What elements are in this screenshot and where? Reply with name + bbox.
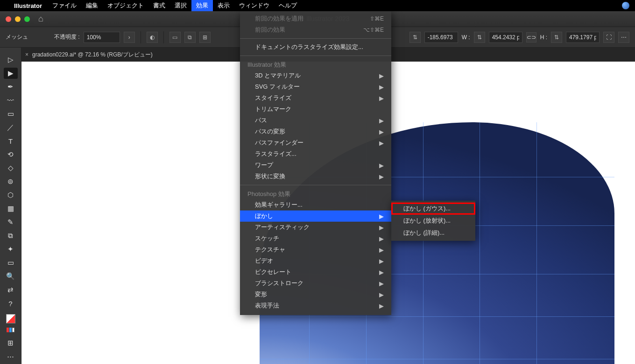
color-mode-icons[interactable] — [7, 328, 14, 332]
menu-select[interactable]: 選択 — [170, 0, 191, 11]
effect-section-photoshop: Photoshop 効果 — [240, 188, 391, 199]
more-icon[interactable]: ⋯ — [618, 32, 629, 43]
menu-item-ps-0[interactable]: 効果ギャラリー... — [240, 199, 391, 210]
submenu-item-gaussian-blur[interactable]: ぼかし (ガウス)... — [391, 203, 475, 215]
menu-effect[interactable]: 効果 — [191, 0, 213, 11]
brush-tool[interactable]: ／ — [4, 122, 18, 133]
style-icon[interactable]: ◐ — [147, 32, 158, 43]
edit-toolbar-icon[interactable]: ⋯ — [4, 351, 18, 362]
globe-icon[interactable] — [622, 2, 629, 9]
screen-mode-icon[interactable]: ⊞ — [4, 337, 18, 349]
h-stepper[interactable]: ⇅ — [551, 32, 562, 43]
menu-item-ps-8[interactable]: 変形▶ — [240, 289, 391, 300]
selection-tool[interactable]: ▷ — [4, 54, 18, 65]
type-tool[interactable]: T — [4, 135, 18, 147]
artboard-tool[interactable]: ▭ — [4, 257, 18, 268]
menu-item-ps-7[interactable]: ブラシストローク▶ — [240, 278, 391, 289]
w-label: W : — [462, 34, 470, 41]
symbol-sprayer-tool[interactable]: ✦ — [4, 244, 18, 255]
menu-item-ai-4[interactable]: パス▶ — [240, 115, 391, 126]
scale-tool[interactable]: ◇ — [4, 162, 18, 174]
opacity-label: 不透明度 : — [54, 33, 80, 41]
blur-submenu: ぼかし (ガウス)... ぼかし (放射状)... ぼかし (詳細)... — [391, 201, 475, 241]
menu-view[interactable]: 表示 — [213, 0, 234, 11]
menu-item-ps-1[interactable]: ぼかし▶ — [240, 210, 391, 222]
menu-item-last-effect: 前回の効果⌥⇧⌘E — [240, 24, 391, 35]
curvature-tool[interactable]: 〰 — [4, 95, 18, 106]
traffic-lights — [6, 16, 30, 22]
mac-menubar: Illustrator ファイル 編集 オブジェクト 書式 選択 効果 表示 ウ… — [0, 0, 635, 11]
help-icon[interactable]: ? — [4, 298, 18, 309]
submenu-item-radial-blur[interactable]: ぼかし (放射状)... — [391, 215, 475, 227]
close-window-button[interactable] — [6, 16, 11, 22]
align-icon-3[interactable]: ⊞ — [199, 32, 211, 43]
menu-item-ai-6[interactable]: パスファインダー▶ — [240, 137, 391, 148]
x-input[interactable] — [424, 32, 458, 43]
close-tab-icon[interactable]: × — [25, 51, 28, 58]
menu-type[interactable]: 書式 — [148, 0, 170, 11]
w-stepper[interactable]: ⇅ — [474, 32, 485, 43]
menu-item-ai-3[interactable]: トリムマーク — [240, 104, 391, 115]
opacity-input[interactable] — [84, 32, 120, 43]
swap-fill-stroke[interactable]: ⇄ — [4, 284, 18, 295]
menu-item-ps-6[interactable]: ピクセレート▶ — [240, 266, 391, 278]
home-icon[interactable]: ⌂ — [38, 14, 43, 24]
zoom-window-button[interactable] — [24, 16, 30, 22]
document-tabs: × gradation0229.ai* @ 72.16 % (RGB/プレビュー… — [21, 48, 153, 62]
menu-item-ai-8[interactable]: ワープ▶ — [240, 160, 391, 171]
align-icon-2[interactable]: ⧉ — [184, 32, 196, 43]
menu-edit[interactable]: 編集 — [81, 0, 103, 11]
width-tool[interactable]: ⊚ — [4, 176, 18, 187]
effect-section-illustrator: Illustrator 効果 — [240, 59, 391, 70]
menu-item-raster-settings[interactable]: ドキュメントのラスタライズ効果設定... — [240, 42, 391, 53]
align-icon-1[interactable]: ▭ — [169, 32, 181, 43]
menu-item-ps-3[interactable]: スケッチ▶ — [240, 233, 391, 244]
opacity-stepper[interactable]: › — [124, 32, 135, 43]
submenu-item-smart-blur[interactable]: ぼかし (詳細)... — [391, 227, 475, 239]
menu-item-ai-5[interactable]: パスの変形▶ — [240, 126, 391, 137]
menu-object[interactable]: オブジェクト — [103, 0, 148, 11]
menu-item-ps-5[interactable]: ビデオ▶ — [240, 255, 391, 266]
h-label: H : — [540, 34, 547, 41]
app-name[interactable]: Illustrator — [14, 2, 42, 9]
menu-item-ai-7[interactable]: ラスタライズ... — [240, 148, 391, 160]
h-input[interactable] — [566, 32, 600, 43]
menu-item-ps-9[interactable]: 表現手法▶ — [240, 300, 391, 311]
menu-item-ai-0[interactable]: 3D とマテリアル▶ — [240, 70, 391, 81]
minimize-window-button[interactable] — [15, 16, 21, 22]
menu-item-ai-9[interactable]: 形状に変換▶ — [240, 171, 391, 182]
menu-item-ai-2[interactable]: スタイライズ▶ — [240, 92, 391, 104]
blend-tool[interactable]: ⧉ — [4, 230, 18, 241]
x-stepper[interactable]: ⇅ — [409, 32, 421, 43]
menu-window[interactable]: ウィンドウ — [234, 0, 274, 11]
menu-help[interactable]: ヘルプ — [274, 0, 302, 11]
menu-item-ai-1[interactable]: SVG フィルター▶ — [240, 81, 391, 92]
menu-file[interactable]: ファイル — [48, 0, 81, 11]
pen-tool[interactable]: ✒ — [4, 81, 18, 92]
rectangle-tool[interactable]: ▭ — [4, 108, 18, 119]
tool-panel: ▷ ▶ ✒ 〰 ▭ ／ T ⟲ ◇ ⊚ ⬡ ▦ ✎ ⧉ ✦ ▭ 🔍 ⇄ ? ⊞ … — [0, 48, 21, 364]
fit-icon[interactable]: ⛶ — [603, 32, 614, 43]
menu-item-ps-4[interactable]: テクスチャ▶ — [240, 244, 391, 255]
zoom-tool[interactable]: 🔍 — [4, 271, 18, 282]
fill-stroke-swatch[interactable] — [6, 314, 15, 323]
gradient-tool[interactable]: ▦ — [4, 203, 18, 214]
menu-item-ps-2[interactable]: アーティスティック▶ — [240, 222, 391, 233]
w-input[interactable] — [489, 32, 522, 43]
direct-selection-tool[interactable]: ▶ — [4, 68, 18, 79]
rotate-tool[interactable]: ⟲ — [4, 149, 18, 160]
menu-item-apply-last: 前回の効果を適用⇧⌘E — [240, 13, 391, 24]
effect-menu-dropdown: 前回の効果を適用⇧⌘E 前回の効果⌥⇧⌘E ドキュメントのラスタライズ効果設定.… — [240, 11, 391, 315]
eyedropper-tool[interactable]: ✎ — [4, 217, 18, 228]
shape-builder-tool[interactable]: ⬡ — [4, 189, 18, 201]
document-tab[interactable]: gradation0229.ai* @ 72.16 % (RGB/プレビュー) — [32, 51, 153, 59]
link-wh-icon[interactable]: ⊂⊃ — [526, 32, 536, 42]
current-tool-label: メッシュ — [6, 33, 28, 41]
